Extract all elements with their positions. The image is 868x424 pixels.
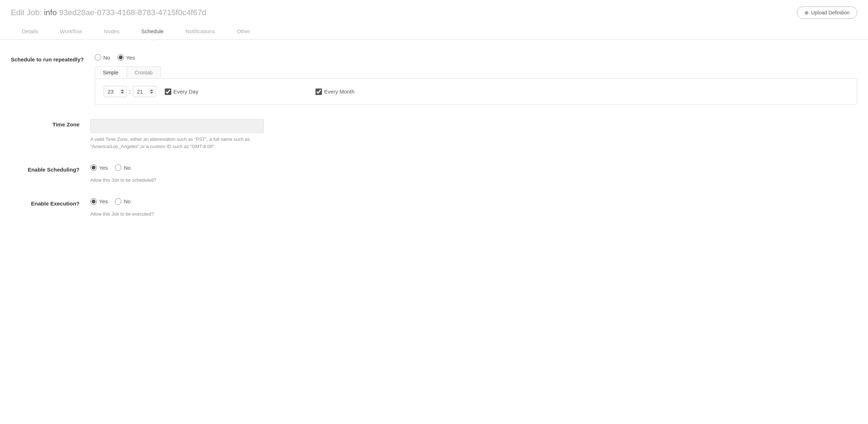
tab-details[interactable]: Details (11, 24, 49, 39)
job-id: 93ed28ae-0733-4168-8783-4715f0c4f67d (59, 8, 206, 17)
sub-tab-simple[interactable]: Simple (95, 67, 127, 78)
upload-btn-label: Upload Definition (811, 10, 850, 16)
schedule-repeat-no-text: No (103, 55, 110, 61)
enable-scheduling-label: Enable Scheduling? (11, 164, 90, 173)
enable-scheduling-row: Enable Scheduling? Yes No Allow this Job… (11, 164, 857, 184)
timezone-label: Time Zone (11, 119, 90, 128)
tab-nodes[interactable]: Nodes (93, 24, 130, 39)
enable-execution-yes-text: Yes (99, 198, 108, 204)
enable-execution-yes-label[interactable]: Yes (90, 198, 108, 205)
time-inputs: : (104, 86, 156, 97)
enable-scheduling-yes-radio[interactable] (90, 164, 97, 171)
page-header: Edit Job: info 93ed28ae-0733-4168-8783-4… (0, 0, 868, 24)
timezone-help-text: A valid Time Zone, either an abbreviatio… (90, 136, 278, 150)
enable-execution-no-text: No (124, 198, 130, 204)
timezone-input[interactable] (90, 119, 264, 133)
minute-input[interactable] (133, 86, 156, 97)
enable-execution-yes-radio[interactable] (90, 198, 97, 205)
enable-execution-content: Yes No Allow this Job to be executed? (90, 198, 857, 218)
every-day-text: Every Day (173, 88, 198, 95)
page-title: Edit Job: info 93ed28ae-0733-4168-8783-4… (11, 8, 206, 17)
schedule-repeat-yes-radio[interactable] (117, 54, 124, 61)
enable-scheduling-no-text: No (124, 165, 130, 171)
every-day-label[interactable]: Every Day (165, 88, 198, 95)
schedule-repeat-yes-text: Yes (126, 55, 135, 61)
sub-tab-crontab[interactable]: Crontab (127, 67, 161, 78)
enable-scheduling-no-radio[interactable] (115, 164, 121, 171)
enable-execution-label: Enable Execution? (11, 198, 90, 207)
hour-input[interactable] (104, 86, 127, 97)
schedule-repeat-label: Schedule to run repeatedly? (11, 54, 95, 63)
enable-execution-radio-group: Yes No (90, 198, 857, 205)
nav-tabs: Details Workflow Nodes Schedule Notifica… (0, 24, 868, 40)
tab-schedule[interactable]: Schedule (130, 24, 175, 39)
enable-scheduling-radio-group: Yes No (90, 164, 857, 171)
timezone-row: Time Zone A valid Time Zone, either an a… (11, 119, 857, 150)
every-month-text: Every Month (324, 88, 354, 95)
upload-definition-button[interactable]: ⊕ Upload Definition (797, 7, 857, 19)
sub-tabs: Simple Crontab (95, 66, 161, 78)
time-separator: : (129, 88, 131, 95)
schedule-repeat-radio-group: No Yes (95, 54, 857, 61)
every-month-label[interactable]: Every Month (315, 88, 354, 95)
main-content: Schedule to run repeatedly? No Yes Simpl… (0, 40, 868, 246)
schedule-repeat-row: Schedule to run repeatedly? No Yes Simpl… (11, 54, 857, 105)
enable-scheduling-content: Yes No Allow this Job to be scheduled? (90, 164, 857, 184)
enable-scheduling-yes-text: Yes (99, 165, 108, 171)
enable-scheduling-help: Allow this Job to be scheduled? (90, 177, 278, 184)
tab-notifications[interactable]: Notifications (175, 24, 226, 39)
schedule-repeat-no-label[interactable]: No (95, 54, 110, 61)
edit-prefix: Edit Job: (11, 8, 44, 17)
title-keyword: info (44, 8, 57, 17)
enable-execution-help: Allow this Job to be executed? (90, 211, 278, 218)
tab-other[interactable]: Other (226, 24, 261, 39)
schedule-repeat-no-radio[interactable] (95, 54, 101, 61)
every-day-checkbox[interactable] (165, 88, 171, 95)
enable-execution-no-radio[interactable] (115, 198, 121, 205)
schedule-repeat-content: No Yes Simple Crontab : (95, 54, 857, 105)
enable-scheduling-no-label[interactable]: No (115, 164, 130, 171)
schedule-repeat-yes-label[interactable]: Yes (117, 54, 135, 61)
upload-icon: ⊕ (804, 10, 809, 16)
every-month-checkbox[interactable] (315, 88, 322, 95)
timezone-content: A valid Time Zone, either an abbreviatio… (90, 119, 857, 150)
enable-scheduling-yes-label[interactable]: Yes (90, 164, 108, 171)
enable-execution-no-label[interactable]: No (115, 198, 130, 205)
schedule-panel: : Every Day Every Month (95, 78, 857, 105)
enable-execution-row: Enable Execution? Yes No Allow this Job … (11, 198, 857, 218)
tab-workflow[interactable]: Workflow (49, 24, 93, 39)
